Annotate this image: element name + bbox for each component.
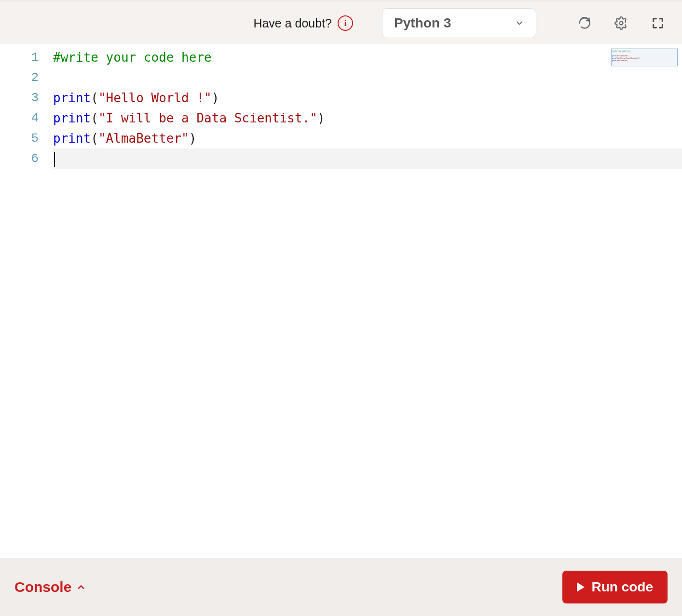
gear-icon [614, 16, 628, 30]
code-line[interactable]: print("Hello World !") [53, 88, 682, 108]
doubt-link[interactable]: Have a doubt? i [253, 15, 353, 31]
language-dropdown[interactable]: Python 3 [382, 8, 536, 38]
refresh-icon [578, 16, 591, 30]
chevron-up-icon [76, 582, 86, 592]
code-token: print [53, 131, 91, 146]
toolbar: Have a doubt? i Python 3 [0, 2, 682, 44]
line-number: 2 [0, 67, 39, 88]
run-button-label: Run code [591, 579, 653, 595]
code-token: print [53, 111, 91, 125]
doubt-text: Have a doubt? [253, 16, 332, 30]
code-line[interactable]: #write your code here [53, 47, 682, 67]
play-icon [577, 582, 585, 592]
line-number: 6 [0, 148, 39, 169]
bottom-bar: Console Run code [0, 558, 682, 616]
line-number: 3 [0, 88, 39, 108]
code-line[interactable] [53, 67, 682, 88]
line-number: 4 [0, 108, 39, 128]
toolbar-right [575, 13, 668, 33]
settings-button[interactable] [612, 13, 631, 33]
fullscreen-button[interactable] [648, 13, 668, 33]
code-token: ) [212, 91, 219, 105]
code-editor[interactable]: 123456 #write your code hereprint("Hello… [0, 44, 682, 558]
line-number-gutter: 123456 [0, 44, 53, 558]
fullscreen-icon [651, 16, 665, 30]
code-content[interactable]: #write your code hereprint("Hello World … [53, 44, 682, 558]
run-code-button[interactable]: Run code [562, 571, 668, 603]
code-token: #write your code here [53, 50, 212, 65]
line-number: 5 [0, 128, 39, 148]
code-token: ( [91, 131, 98, 146]
refresh-button[interactable] [575, 13, 594, 33]
code-token: ) [189, 131, 197, 146]
language-label: Python 3 [394, 15, 451, 31]
code-token: "Hello World !" [98, 91, 212, 105]
chevron-down-icon [515, 18, 524, 28]
code-line[interactable] [53, 148, 682, 169]
code-token: ( [91, 91, 98, 105]
code-token: ) [317, 111, 325, 125]
code-line[interactable]: print("I will be a Data Scientist.") [53, 108, 682, 128]
console-label: Console [14, 579, 71, 595]
svg-point-0 [620, 22, 623, 25]
code-token: ( [91, 111, 98, 125]
minimap[interactable]: #write your code here print("Hello World… [611, 48, 678, 67]
info-icon: i [338, 15, 353, 31]
code-token: print [53, 91, 91, 105]
code-token: "AlmaBetter" [98, 131, 189, 146]
code-token: "I will be a Data Scientist." [98, 111, 317, 125]
line-number: 1 [0, 47, 39, 67]
code-line[interactable]: print("AlmaBetter") [53, 128, 682, 148]
console-toggle[interactable]: Console [14, 579, 86, 595]
minimap-viewport[interactable] [611, 49, 678, 67]
text-cursor [54, 152, 55, 167]
